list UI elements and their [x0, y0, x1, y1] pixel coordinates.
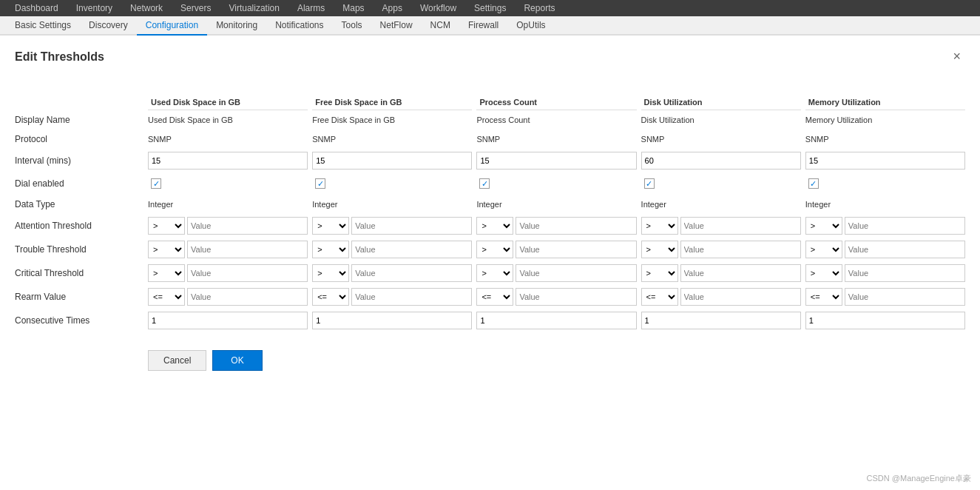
attention-op-4[interactable]: >>=<<=	[805, 217, 842, 235]
rearm-op-4[interactable]: <=<>>=	[805, 288, 842, 306]
rearm-val-2[interactable]	[516, 288, 636, 306]
cancel-button[interactable]: Cancel	[148, 350, 206, 371]
critical-val-1[interactable]	[351, 264, 472, 282]
nav-alarms[interactable]: Alarms	[288, 0, 334, 16]
attention-val-0[interactable]	[187, 217, 308, 235]
nav-workflow[interactable]: Workflow	[411, 0, 465, 16]
consecutive-input-0[interactable]	[148, 312, 308, 329]
dial-enabled-checkbox-3[interactable]	[644, 178, 655, 189]
attention-val-1[interactable]	[351, 217, 472, 235]
consecutive-input-3[interactable]	[641, 312, 801, 329]
nav-settings[interactable]: Settings	[465, 0, 515, 16]
data-type-2: Integer	[476, 200, 636, 209]
protocol-3: SNMP	[641, 135, 801, 144]
subnav-configuration[interactable]: Configuration	[137, 16, 207, 36]
attention-val-2[interactable]	[516, 217, 636, 235]
dial-enabled-label: Dial enabled	[15, 172, 148, 195]
nav-reports[interactable]: Reports	[515, 0, 564, 16]
attention-op-3[interactable]: >>=<<=	[641, 217, 678, 235]
interval-input-2[interactable]	[476, 152, 636, 170]
critical-pair-4: >>=<<=	[805, 264, 965, 282]
attention-val-4[interactable]	[845, 217, 965, 235]
nav-servers[interactable]: Servers	[172, 0, 220, 16]
close-button[interactable]: ×	[948, 47, 965, 66]
attention-pair-2: >>=<<=	[476, 217, 636, 235]
attention-op-2[interactable]: >>=<<=	[476, 217, 513, 235]
dial-enabled-checkbox-2[interactable]	[479, 178, 490, 189]
rearm-val-0[interactable]	[187, 288, 308, 306]
trouble-op-2[interactable]: >>=<<=	[476, 241, 513, 258]
data-type-0: Integer	[148, 200, 308, 209]
subnav-discovery[interactable]: Discovery	[80, 16, 137, 34]
dial-enabled-checkbox-1[interactable]	[315, 178, 325, 189]
rearm-pair-0: <=<>>=	[148, 288, 308, 306]
rearm-op-3[interactable]: <=<>>=	[641, 288, 678, 306]
consecutive-input-4[interactable]	[805, 312, 965, 329]
trouble-op-3[interactable]: >>=<<=	[641, 241, 678, 258]
ok-button[interactable]: OK	[212, 350, 262, 371]
nav-network[interactable]: Network	[121, 0, 172, 16]
critical-val-0[interactable]	[187, 264, 308, 282]
critical-op-1[interactable]: >>=<<=	[312, 264, 349, 282]
interval-input-4[interactable]	[805, 152, 965, 170]
critical-op-4[interactable]: >>=<<=	[805, 264, 842, 282]
attention-op-0[interactable]: >>=<<=	[148, 217, 185, 235]
nav-virtualization[interactable]: Virtualization	[220, 0, 288, 16]
rearm-op-0[interactable]: <=<>>=	[148, 288, 185, 306]
display-name-cells: Used Disk Space in GB Free Disk Space in…	[148, 110, 965, 130]
trouble-val-3[interactable]	[680, 241, 801, 258]
trouble-op-4[interactable]: >>=<<=	[805, 241, 842, 258]
trouble-op-0[interactable]: >>=<<=	[148, 241, 185, 258]
subnav-tools[interactable]: Tools	[333, 16, 371, 34]
subnav-netflow[interactable]: NetFlow	[371, 16, 422, 34]
trouble-val-0[interactable]	[187, 241, 308, 258]
critical-val-3[interactable]	[680, 264, 801, 282]
trouble-op-1[interactable]: >>=<<=	[312, 241, 349, 258]
subnav-basic-settings[interactable]: Basic Settings	[6, 16, 80, 34]
trouble-threshold-cells: >>=<<= >>=<<= >>=<<= >>=<<=	[148, 238, 965, 261]
rearm-val-4[interactable]	[845, 288, 965, 306]
trouble-pair-4: >>=<<=	[805, 241, 965, 258]
nav-apps[interactable]: Apps	[374, 0, 411, 16]
data-type-cells: Integer Integer Integer Integer Integer	[148, 195, 965, 214]
header-row: Used Disk Space in GB Free Disk Space in…	[15, 81, 965, 110]
dial-enabled-checkbox-4[interactable]	[808, 178, 819, 189]
rearm-val-1[interactable]	[351, 288, 472, 306]
attention-val-3[interactable]	[680, 217, 801, 235]
consecutive-input-1[interactable]	[312, 312, 472, 329]
subnav-firewall[interactable]: Firewall	[459, 16, 507, 34]
rearm-val-3[interactable]	[680, 288, 801, 306]
top-navigation: Dashboard Inventory Network Servers Virt…	[0, 0, 980, 16]
interval-input-3[interactable]	[641, 152, 801, 170]
critical-op-0[interactable]: >>=<<=	[148, 264, 185, 282]
header-label-empty	[15, 81, 148, 110]
nav-inventory[interactable]: Inventory	[67, 0, 121, 16]
attention-op-1[interactable]: >>=<<=	[312, 217, 349, 235]
consecutive-times-cells	[148, 309, 965, 332]
subnav-monitoring[interactable]: Monitoring	[207, 16, 266, 34]
trouble-val-2[interactable]	[516, 241, 636, 258]
trouble-val-4[interactable]	[845, 241, 965, 258]
display-name-0: Used Disk Space in GB	[148, 115, 308, 124]
trouble-val-1[interactable]	[351, 241, 472, 258]
dial-enabled-checkbox-0[interactable]	[151, 178, 161, 189]
critical-op-2[interactable]: >>=<<=	[476, 264, 513, 282]
subnav-notifications[interactable]: Notifications	[266, 16, 332, 34]
critical-val-4[interactable]	[845, 264, 965, 282]
rearm-op-2[interactable]: <=<>>=	[476, 288, 513, 306]
nav-dashboard[interactable]: Dashboard	[6, 0, 67, 16]
rearm-value-row: Rearm Value <=<>>= <=<>>= <=<>>=	[15, 285, 965, 309]
critical-val-2[interactable]	[516, 264, 636, 282]
critical-pair-2: >>=<<=	[476, 264, 636, 282]
interval-input-1[interactable]	[312, 152, 472, 170]
protocol-0: SNMP	[148, 135, 308, 144]
consecutive-input-2[interactable]	[476, 312, 636, 329]
interval-input-0[interactable]	[148, 152, 308, 170]
critical-op-3[interactable]: >>=<<=	[641, 264, 678, 282]
display-name-label: Display Name	[15, 110, 148, 130]
subnav-oputils[interactable]: OpUtils	[507, 16, 554, 34]
nav-maps[interactable]: Maps	[334, 0, 373, 16]
subnav-ncm[interactable]: NCM	[422, 16, 459, 34]
protocol-cells: SNMP SNMP SNMP SNMP SNMP	[148, 130, 965, 149]
rearm-op-1[interactable]: <=<>>=	[312, 288, 349, 306]
